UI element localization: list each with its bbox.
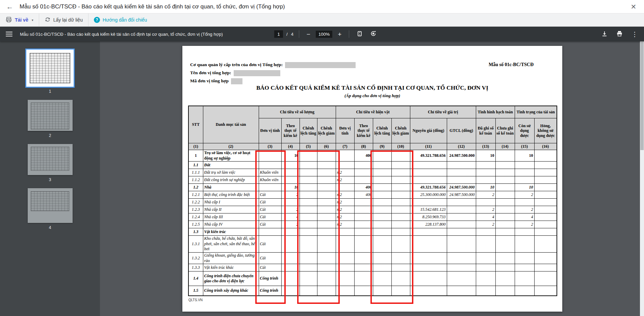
col-subheader: Đã ghi sổ kế toán [476,118,495,143]
table-cell [317,213,336,221]
table-cell [495,162,515,169]
thumbnail-page-2[interactable]: 2 [28,100,73,138]
table-cell [317,236,336,253]
scrollbar[interactable] [640,41,644,316]
table-cell: Công trình xây dựng khác [203,286,259,296]
thumbnail-image [28,144,73,175]
print-icon[interactable] [614,30,625,38]
col-number: (11) [410,143,447,150]
thumbnail-page-4[interactable]: 4 [28,188,73,230]
table-cell [354,236,373,253]
thumbnail-page-number: 3 [49,177,51,182]
table-cell: Nhà cấp III [203,213,259,221]
pdf-page: Mẫu số 01c-BC/TSCĐ Cơ quan quản lý cấp t… [182,46,562,312]
doc-line-unit-name: Tên đơn vị tổng hợp: [190,69,280,76]
thumbnail-image [28,188,73,223]
table-cell [373,162,391,169]
table-cell: 25.300.000.000 [410,191,447,199]
close-icon[interactable]: ✕ [628,2,639,12]
col-number: (2) [203,143,259,150]
table-cell [391,206,410,213]
table-cell: 1.5 [188,286,203,296]
table-cell: 10 [281,184,300,191]
table-cell [391,228,410,236]
table-cell: Nhà cấp II [203,206,259,213]
table-cell: 400 [354,191,373,199]
download-button[interactable]: Tải về ▾ [0,13,39,26]
table-cell [410,176,447,184]
menu-icon[interactable] [6,32,12,36]
zoom-out-button[interactable]: − [305,30,312,38]
table-cell [300,286,317,296]
table-cell [515,199,534,206]
action-toolbar: Tải về ▾ Lấy lại dữ liệu ? Hướng dẫn đối… [0,13,644,27]
table-cell [515,271,534,286]
table-cell: 2 [281,191,300,199]
table-cell: 1.1.2 [188,176,203,184]
page-total: 4 [291,32,293,37]
table-cell [447,176,476,184]
table-cell [317,271,336,286]
more-options-icon[interactable]: ⋮ [629,30,640,38]
thumbnail-image [26,50,74,87]
table-cell [317,191,336,199]
table-cell [391,162,410,169]
table-cell: m2 [336,169,354,176]
table-cell [391,271,410,286]
table-row: 1.1Đất [188,162,557,169]
col-group-header: Tình hình hạch toán [476,106,515,118]
table-cell: 2 [515,206,534,213]
table-cell [300,191,317,199]
zoom-in-button[interactable]: + [336,30,343,38]
thumbnail-page-3[interactable]: 3 [28,144,73,182]
table-cell: Cái [259,213,281,221]
table-cell [476,264,495,271]
table-cell: 1.4 [188,271,203,286]
table-cell [354,286,373,296]
table-cell [336,236,354,253]
reload-data-button[interactable]: Lấy lại dữ liệu [39,13,88,26]
table-cell [534,221,557,228]
table-cell: 24.987.500.000 [447,150,476,162]
thumbnail-image [28,100,73,131]
table-cell [391,191,410,199]
page-number-input[interactable] [274,30,283,38]
table-cell [447,206,476,213]
guide-link[interactable]: ? Hướng dẫn đối chiếu [88,13,152,26]
thumbnail-table-preview [30,53,70,83]
table-cell [391,236,410,253]
download-file-icon[interactable] [599,30,610,38]
table-cell [281,169,300,176]
thumbnail-page-number: 4 [49,225,51,230]
col-number: (9) [373,143,391,150]
table-row: 1.3Vật kiến trúc [188,228,557,236]
thumbnail-page-1[interactable]: 1 [26,50,74,94]
table-cell [300,213,317,221]
rotate-icon[interactable] [368,30,379,38]
table-cell: Cái [259,236,281,253]
table-cell [447,213,476,221]
table-cell: 49.321.788.656 [410,184,447,191]
table-cell [373,184,391,191]
table-cell [373,176,391,184]
toolbar-divider [349,30,349,38]
table-cell: Trụ sở làm việc, cơ sở hoạt động sự nghi… [203,150,259,162]
table-cell [495,176,515,184]
report-table: STTDanh mục tài sảnChỉ tiêu về số lượngC… [188,106,557,296]
refresh-icon [45,17,51,24]
table-cell [476,252,495,264]
table-cell [410,228,447,236]
table-cell: 49.321.788.656 [410,150,447,162]
scrollbar-thumb[interactable] [640,42,644,150]
col-subheader: Chênh lệch tăng [300,118,317,143]
table-cell [373,286,391,296]
table-cell [281,252,300,264]
doc-line-unit-code: Mã đơn vị tổng hợp [190,78,242,84]
window-title: Mẫu số 01c-BC/TSCĐ - Báo cáo kết quả kiể… [20,3,285,10]
fit-page-icon[interactable] [355,30,365,38]
table-cell [515,252,534,264]
back-button[interactable]: ← [4,1,16,12]
table-cell [410,199,447,206]
table-cell [495,206,515,213]
table-cell: 24.987.500.000 [447,184,476,191]
